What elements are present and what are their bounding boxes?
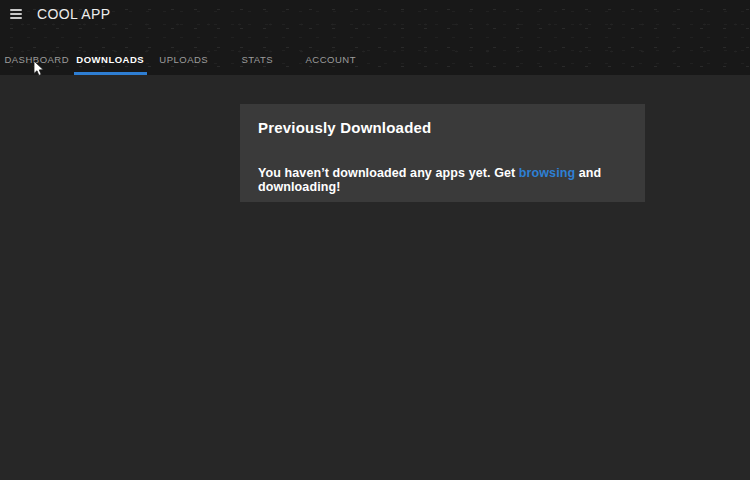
previously-downloaded-card: Previously Downloaded You haven’t downlo… bbox=[240, 104, 645, 202]
empty-state-message: You haven’t downloaded any apps yet. Get… bbox=[258, 166, 627, 194]
card-title: Previously Downloaded bbox=[258, 119, 627, 136]
content-area: Previously Downloaded You haven’t downlo… bbox=[0, 75, 750, 480]
message-before-link: You haven’t downloaded any apps yet. Get bbox=[258, 166, 519, 180]
app-title: COOL APP bbox=[37, 6, 111, 22]
tab-account[interactable]: ACCOUNT bbox=[294, 48, 368, 75]
tab-bar: DASHBOARD DOWNLOADS UPLOADS STATS ACCOUN… bbox=[0, 48, 368, 75]
tab-uploads[interactable]: UPLOADS bbox=[147, 48, 221, 75]
browsing-link[interactable]: browsing bbox=[519, 166, 575, 180]
top-bar: COOL APP DASHBOARD DOWNLOADS UPLOADS STA… bbox=[0, 0, 750, 75]
hamburger-menu-icon[interactable] bbox=[10, 7, 22, 21]
tab-downloads[interactable]: DOWNLOADS bbox=[74, 48, 148, 75]
tab-dashboard[interactable]: DASHBOARD bbox=[0, 48, 74, 75]
app-bar: COOL APP bbox=[0, 0, 750, 28]
tab-stats[interactable]: STATS bbox=[221, 48, 295, 75]
